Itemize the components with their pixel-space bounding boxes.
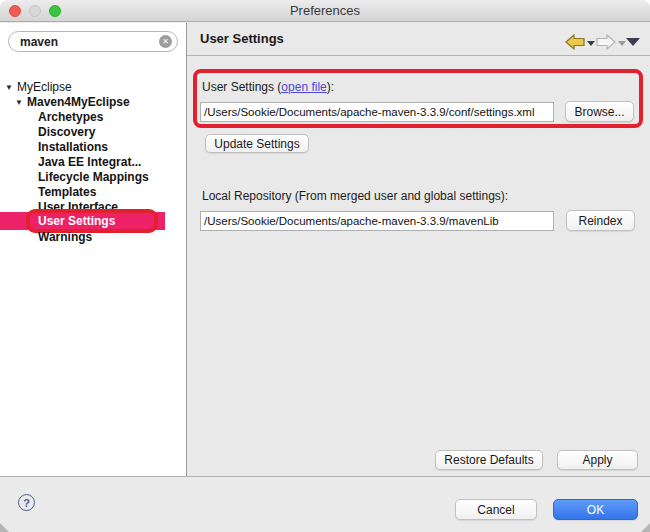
tree-item-discovery[interactable]: Discovery: [0, 125, 186, 140]
apply-button[interactable]: Apply: [557, 450, 638, 470]
tree-item-label: Maven4MyEclipse: [27, 95, 130, 110]
ok-button[interactable]: OK: [553, 499, 638, 520]
tree-item-lifecycle-mappings[interactable]: Lifecycle Mappings: [0, 170, 186, 185]
tree-item-myeclipse[interactable]: ▼ MyEclipse: [0, 80, 186, 95]
preferences-tree: ▼ MyEclipse ▼ Maven4MyEclipse Archetypes…: [0, 57, 186, 457]
footer-divider: [0, 476, 650, 477]
restore-defaults-button[interactable]: Restore Defaults: [435, 450, 543, 470]
help-button[interactable]: ?: [18, 494, 35, 511]
search-field[interactable]: ✕: [8, 31, 178, 52]
sidebar-divider: [186, 23, 187, 476]
window-title: Preferences: [0, 0, 650, 22]
disclosure-triangle-icon[interactable]: ▼: [5, 80, 13, 95]
user-settings-label-prefix: User Settings (: [202, 80, 281, 94]
tree-item-label: Lifecycle Mappings: [38, 170, 149, 185]
cancel-button[interactable]: Cancel: [455, 499, 537, 520]
tree-item-templates[interactable]: Templates: [0, 185, 186, 200]
user-settings-label-suffix: ):: [327, 80, 334, 94]
tree-item-installations[interactable]: Installations: [0, 140, 186, 155]
tree-item-label: User Settings: [38, 212, 115, 230]
page-title: User Settings: [200, 31, 284, 46]
disclosure-triangle-icon[interactable]: ▼: [15, 95, 23, 110]
tree-item-label: Installations: [38, 140, 108, 155]
reindex-button[interactable]: Reindex: [566, 210, 635, 231]
sidebar: ✕ ▼ MyEclipse ▼ Maven4MyEclipse Archetyp…: [0, 23, 186, 476]
tree-item-label: Java EE Integrat...: [38, 155, 141, 170]
open-file-link[interactable]: open file: [281, 80, 326, 94]
back-history-dropdown-icon[interactable]: [587, 41, 595, 46]
tree-item-warnings[interactable]: Warnings: [0, 230, 186, 245]
forward-arrow-icon[interactable]: [596, 34, 616, 50]
tree-item-label: Templates: [38, 185, 96, 200]
tree-item-label: Archetypes: [38, 110, 103, 125]
user-settings-label: User Settings (open file):: [202, 80, 334, 94]
local-repository-label: Local Repository (From merged user and g…: [202, 189, 508, 203]
tree-item-archetypes[interactable]: Archetypes: [0, 110, 186, 125]
tree-item-label: Discovery: [38, 125, 95, 140]
search-input[interactable]: [20, 33, 158, 50]
update-settings-button[interactable]: Update Settings: [205, 134, 309, 153]
tree-item-label: Warnings: [38, 230, 92, 245]
tree-item-java-ee-integration[interactable]: Java EE Integrat...: [0, 155, 186, 170]
tree-item-user-settings-selected[interactable]: User Settings: [0, 212, 165, 230]
resize-grip-right[interactable]: [641, 523, 650, 532]
resize-grip-left[interactable]: [0, 523, 9, 532]
tree-item-label: MyEclipse: [17, 80, 72, 95]
preferences-window: Preferences ✕ ▼ MyEclipse ▼ Maven4MyEcli…: [0, 0, 650, 532]
user-settings-path-input[interactable]: [200, 102, 554, 122]
panel-header-divider: [187, 55, 650, 56]
back-arrow-icon[interactable]: [565, 34, 585, 50]
tree-item-maven4myeclipse[interactable]: ▼ Maven4MyEclipse: [0, 95, 186, 110]
forward-history-dropdown-icon[interactable]: [618, 41, 626, 46]
clear-search-icon[interactable]: ✕: [159, 35, 172, 48]
view-menu-icon[interactable]: [626, 38, 640, 46]
titlebar: Preferences: [0, 0, 650, 22]
browse-button[interactable]: Browse...: [565, 101, 634, 122]
local-repository-path-input[interactable]: [200, 211, 554, 231]
